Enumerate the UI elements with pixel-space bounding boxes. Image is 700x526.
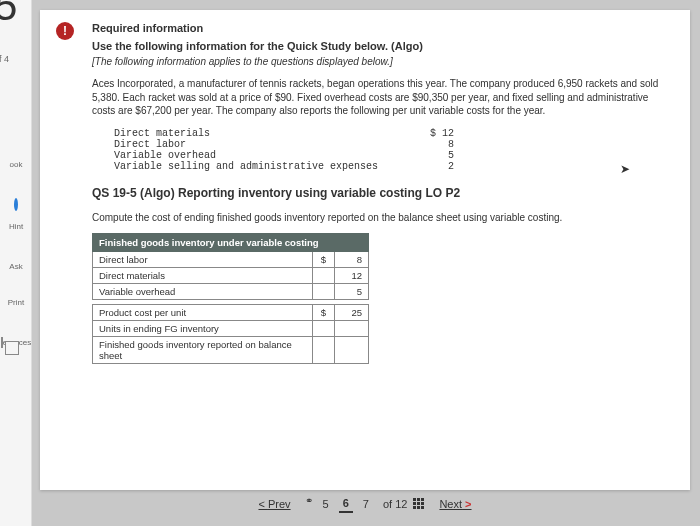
question-of-total: of 4	[0, 54, 9, 64]
row-label-cell[interactable]: Units in ending FG inventory	[93, 320, 313, 336]
row-value-cell[interactable]: 8	[335, 251, 369, 267]
row-currency-cell[interactable]	[313, 336, 335, 363]
table-header: Finished goods inventory under variable …	[93, 233, 369, 251]
rail-ask-label: Ask	[9, 262, 22, 271]
left-rail: 5 of 4 ook Hint Ask Print erences	[0, 0, 32, 526]
unit-cost-value: $ 12	[414, 128, 454, 139]
unit-cost-label: Variable selling and administrative expe…	[114, 161, 414, 172]
unit-cost-row: Direct labor 8	[114, 139, 674, 150]
row-label-cell[interactable]: Direct labor	[93, 251, 313, 267]
rail-ebook-label: ook	[10, 160, 23, 169]
page-number[interactable]: 5	[319, 496, 333, 512]
table-row: Direct labor $ 8	[93, 251, 369, 267]
instruction-text: Compute the cost of ending finished good…	[92, 212, 674, 223]
row-currency-cell[interactable]: $	[313, 251, 335, 267]
scenario-text: Aces Incorporated, a manufacturer of ten…	[92, 77, 674, 118]
unit-cost-value: 2	[414, 161, 454, 172]
table-row: Finished goods inventory reported on bal…	[93, 336, 369, 363]
unit-cost-label: Direct labor	[114, 139, 414, 150]
page-number[interactable]: 7	[359, 496, 373, 512]
row-value-cell[interactable]	[335, 336, 369, 363]
unit-cost-row: Variable overhead 5	[114, 150, 674, 161]
grid-icon[interactable]	[413, 498, 425, 510]
applies-note: [The following information applies to th…	[92, 56, 674, 67]
row-label-cell[interactable]: Variable overhead	[93, 283, 313, 299]
next-button[interactable]: Next	[439, 498, 471, 510]
row-currency-cell[interactable]: $	[313, 304, 335, 320]
rail-ask[interactable]: Ask	[0, 262, 32, 271]
unit-cost-value: 5	[414, 150, 454, 161]
row-label-cell[interactable]: Finished goods inventory reported on bal…	[93, 336, 313, 363]
unit-cost-block: Direct materials $ 12 Direct labor 8 Var…	[114, 128, 674, 172]
page-list: ⚭ 5 6 7 of 12	[305, 495, 426, 513]
pagination-footer: Prev ⚭ 5 6 7 of 12 Next	[40, 488, 690, 520]
lifering-icon	[14, 198, 18, 211]
row-value-cell[interactable]: 25	[335, 304, 369, 320]
copy-icon	[1, 337, 3, 348]
row-value-cell[interactable]	[335, 320, 369, 336]
prev-button[interactable]: Prev	[258, 498, 290, 510]
link-icon: ⚭	[305, 495, 313, 506]
rail-ebook[interactable]: ook	[0, 160, 32, 169]
rail-lifering[interactable]	[0, 200, 32, 209]
table-row: Variable overhead 5	[93, 283, 369, 299]
question-number: 5	[0, 0, 17, 30]
row-value-cell[interactable]: 12	[335, 267, 369, 283]
page-number-active[interactable]: 6	[339, 495, 353, 513]
use-information-line: Use the following information for the Qu…	[92, 40, 674, 52]
table-row: Direct materials 12	[93, 267, 369, 283]
unit-cost-value: 8	[414, 139, 454, 150]
rail-hint[interactable]: Hint	[0, 222, 32, 231]
alert-icon: !	[56, 22, 74, 40]
main-panel: ! Required information Use the following…	[40, 10, 690, 490]
table-row: Product cost per unit $ 25	[93, 304, 369, 320]
table-row: Units in ending FG inventory	[93, 320, 369, 336]
rail-hint-label: Hint	[9, 222, 23, 231]
row-value-cell[interactable]: 5	[335, 283, 369, 299]
unit-cost-row: Direct materials $ 12	[114, 128, 674, 139]
rail-references[interactable]: erences	[0, 338, 32, 347]
row-currency-cell[interactable]	[313, 320, 335, 336]
row-label-cell[interactable]: Product cost per unit	[93, 304, 313, 320]
row-label-cell[interactable]: Direct materials	[93, 267, 313, 283]
mouse-cursor-icon: ➤	[620, 162, 630, 176]
required-information-heading: Required information	[92, 22, 674, 34]
unit-cost-label: Variable overhead	[114, 150, 414, 161]
unit-cost-row: Variable selling and administrative expe…	[114, 161, 674, 172]
rail-print[interactable]: Print	[0, 298, 32, 307]
question-title: QS 19-5 (Algo) Reporting inventory using…	[92, 186, 674, 200]
page-of-total: of 12	[383, 498, 407, 510]
unit-cost-label: Direct materials	[114, 128, 414, 139]
row-currency-cell[interactable]	[313, 283, 335, 299]
row-currency-cell[interactable]	[313, 267, 335, 283]
rail-print-label: Print	[8, 298, 24, 307]
finished-goods-table: Finished goods inventory under variable …	[92, 233, 369, 364]
